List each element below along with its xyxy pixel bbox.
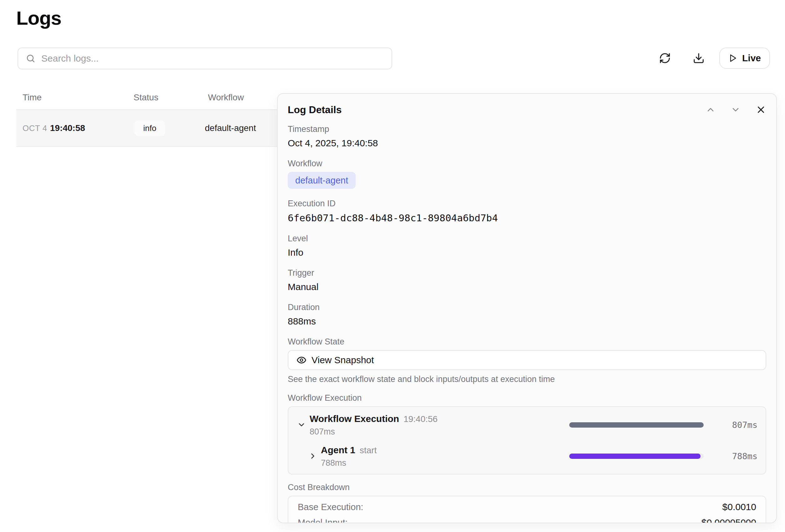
trace-name: Agent 1 — [321, 445, 355, 456]
field-workflow: Workflow default-agent — [288, 159, 766, 189]
field-label: Level — [288, 234, 766, 243]
chevron-down-icon[interactable] — [297, 420, 306, 430]
eye-icon — [297, 355, 306, 365]
execution-id-value: 6fe6b071-dc88-4b48-98c1-89804a6bd7b4 — [288, 212, 766, 224]
workflow-execution-section: Workflow Execution Workflow Execution 19… — [288, 393, 766, 475]
cost-row-model-input: Model Input: $0.00005000 — [298, 517, 756, 523]
field-label: Execution ID — [288, 199, 766, 208]
trace-row-agent-1[interactable]: Agent 1 start 788ms 788ms — [297, 445, 758, 468]
trace-duration: 807ms — [310, 427, 437, 436]
cost-value: $0.0010 — [723, 501, 756, 513]
field-label: Duration — [288, 302, 766, 312]
details-title: Log Details — [288, 104, 341, 116]
log-table-row[interactable]: OCT 4 19:40:58 info default-agent — [16, 110, 282, 147]
details-header: Log Details — [288, 103, 766, 116]
timestamp-value: Oct 4, 2025, 19:40:58 — [288, 137, 766, 149]
trigger-value: Manual — [288, 281, 766, 293]
execution-trace-box: Workflow Execution 19:40:56 807ms 807ms … — [288, 406, 766, 475]
cost-label: Base Execution: — [298, 501, 363, 513]
status-badge: info — [134, 121, 165, 136]
download-icon — [693, 52, 705, 64]
cost-breakdown-box: Base Execution: $0.0010 Model Input: $0.… — [288, 496, 766, 523]
refresh-icon — [659, 52, 671, 64]
refresh-button[interactable] — [657, 50, 673, 66]
workflow-state-section: Workflow State View Snapshot See the exa… — [288, 337, 766, 384]
field-duration: Duration 888ms — [288, 302, 766, 327]
snapshot-helper-text: See the exact workflow state and block i… — [288, 374, 766, 384]
section-label: Workflow Execution — [288, 393, 766, 403]
search-bar[interactable] — [18, 48, 392, 70]
page-title: Logs — [16, 7, 61, 29]
field-execution-id: Execution ID 6fe6b071-dc88-4b48-98c1-898… — [288, 199, 766, 224]
trace-duration-right: 807ms — [711, 420, 758, 430]
trace-bar-fill — [569, 454, 701, 459]
field-trigger: Trigger Manual — [288, 268, 766, 293]
log-workflow-name: default-agent — [205, 123, 256, 133]
close-icon — [756, 104, 766, 115]
log-time: 19:40:58 — [50, 123, 85, 133]
play-icon — [728, 54, 737, 62]
section-label: Workflow State — [288, 337, 766, 346]
field-label: Workflow — [288, 159, 766, 168]
cost-breakdown-section: Cost Breakdown Base Execution: $0.0010 M… — [288, 483, 766, 523]
log-date: OCT 4 — [23, 124, 47, 133]
section-label: Cost Breakdown — [288, 483, 766, 492]
search-input[interactable] — [41, 53, 384, 64]
field-label: Timestamp — [288, 125, 766, 134]
field-level: Level Info — [288, 234, 766, 258]
trace-bar-track — [569, 454, 704, 459]
column-header-status: Status — [133, 92, 158, 103]
previous-log-button[interactable] — [706, 105, 715, 115]
export-button[interactable] — [690, 50, 707, 66]
trace-name: Workflow Execution — [310, 413, 399, 424]
live-button[interactable]: Live — [719, 48, 770, 69]
trace-start-time: 19:40:56 — [403, 414, 437, 424]
cost-value: $0.00005000 — [702, 517, 756, 523]
chevron-down-icon — [731, 105, 741, 115]
field-timestamp: Timestamp Oct 4, 2025, 19:40:58 — [288, 125, 766, 149]
view-snapshot-label: View Snapshot — [311, 355, 374, 365]
duration-value: 888ms — [288, 316, 766, 327]
chevron-up-icon — [706, 105, 715, 115]
close-details-button[interactable] — [756, 104, 766, 115]
column-header-workflow: Workflow — [208, 92, 244, 103]
search-icon — [26, 53, 36, 63]
trace-bar-fill — [569, 422, 704, 428]
trace-bar-track — [569, 422, 704, 428]
column-header-time: Time — [23, 92, 42, 103]
cost-label: Model Input: — [298, 517, 348, 523]
trace-block-type: start — [360, 446, 377, 455]
trace-duration: 788ms — [321, 458, 377, 468]
trace-row-workflow-execution[interactable]: Workflow Execution 19:40:56 807ms 807ms — [297, 413, 758, 436]
trace-duration-right: 788ms — [711, 451, 758, 461]
next-log-button[interactable] — [731, 105, 741, 115]
level-value: Info — [288, 247, 766, 258]
chevron-right-icon[interactable] — [308, 451, 318, 461]
workflow-badge[interactable]: default-agent — [288, 172, 356, 189]
log-details-panel: Log Details Timestamp Oct 4, 2025, 19:40… — [277, 93, 777, 523]
cost-row-base-execution: Base Execution: $0.0010 — [298, 501, 756, 513]
live-label: Live — [742, 53, 761, 63]
view-snapshot-button[interactable]: View Snapshot — [288, 350, 766, 370]
field-label: Trigger — [288, 268, 766, 277]
